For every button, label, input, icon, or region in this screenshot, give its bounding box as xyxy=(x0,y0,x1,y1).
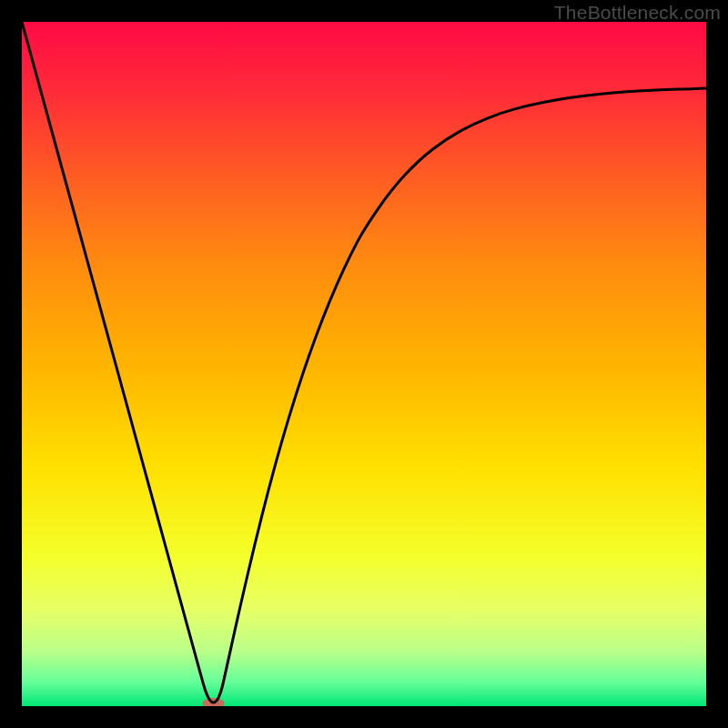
gradient-background xyxy=(22,22,706,706)
bottleneck-chart xyxy=(22,22,706,706)
watermark-text: TheBottleneck.com xyxy=(554,2,721,24)
chart-frame xyxy=(22,22,706,706)
